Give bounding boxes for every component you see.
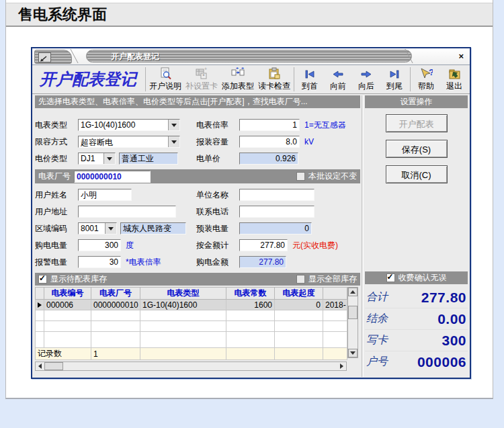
chevron-down-icon[interactable] bbox=[103, 153, 115, 164]
by-amount-input[interactable] bbox=[239, 239, 288, 251]
chevron-down-icon[interactable] bbox=[168, 120, 179, 130]
table-row-empty bbox=[36, 310, 347, 321]
account-no-value: 000006 bbox=[417, 354, 466, 370]
titlebar-system-tab[interactable] bbox=[34, 50, 72, 64]
col-header[interactable]: 电表类型 bbox=[140, 288, 226, 300]
chevron-down-icon[interactable] bbox=[168, 136, 179, 147]
show-pending-checkbox[interactable] bbox=[38, 275, 47, 284]
meter-type-select[interactable]: 1G-10(40)1600 bbox=[78, 119, 180, 131]
vertical-scroll-thumb[interactable] bbox=[348, 306, 358, 319]
cancel-button[interactable]: 取消(C) bbox=[386, 165, 448, 183]
save-button[interactable]: 保存(S) bbox=[386, 140, 448, 158]
factory-no-label: 电表厂号 bbox=[38, 171, 71, 182]
col-header[interactable]: 电表常数 bbox=[226, 288, 275, 300]
doc-search-icon bbox=[159, 67, 172, 81]
help-button[interactable]: ? 帮助 bbox=[412, 65, 440, 93]
purchase-qty-input[interactable] bbox=[78, 239, 121, 251]
col-header[interactable] bbox=[323, 288, 347, 300]
batch-fixed-checkbox[interactable] bbox=[296, 172, 305, 181]
table-footer-row: 记录数 1 bbox=[36, 348, 347, 360]
go-first-button[interactable]: 到首 bbox=[296, 65, 324, 93]
scroll-down-icon[interactable] bbox=[348, 349, 358, 357]
account-no-label: 户号 bbox=[366, 355, 388, 369]
balance-value: 0.00 bbox=[437, 311, 466, 327]
address-input[interactable] bbox=[78, 206, 176, 218]
exit-icon bbox=[448, 67, 461, 81]
toolbar-brand-title: 开户配表登记 bbox=[32, 65, 144, 93]
go-next-button[interactable]: 向后 bbox=[352, 65, 380, 93]
table-header-row: 电表编号 电表厂号 电表类型 电表常数 电表起度 bbox=[36, 288, 347, 300]
table-row[interactable]: 000006 0000000010 1G-10(40)1600 1600 0 2… bbox=[36, 300, 347, 310]
unit-name-input[interactable] bbox=[239, 189, 314, 201]
account-no-row: 户号 000006 bbox=[365, 351, 468, 372]
toolbar-separator bbox=[294, 67, 294, 91]
exit-button[interactable]: 退出 bbox=[440, 65, 468, 93]
price-type-desc: 普通工业 bbox=[119, 153, 178, 165]
scroll-left-icon[interactable] bbox=[36, 362, 44, 370]
open-account-help-button[interactable]: 开户说明 bbox=[147, 65, 183, 93]
totals-panel: 合计 277.80 结余 0.00 写卡 300 户号 bbox=[365, 287, 468, 372]
col-header[interactable]: 电表厂号 bbox=[91, 288, 140, 300]
supplement-card-button[interactable]: *+ 补设置卡 bbox=[183, 65, 220, 93]
window-system-icon[interactable] bbox=[38, 52, 51, 62]
write-card-row: 写卡 300 bbox=[365, 330, 468, 351]
instruction-bar: 先选择电表类型、电表倍率、电价类型等后点击[开户配表]，查找电表厂号... bbox=[35, 95, 360, 108]
inventory-table[interactable]: 电表编号 电表厂号 电表类型 电表常数 电表起度 000006 00000000 bbox=[35, 287, 347, 360]
assign-meter-button[interactable]: 开户配表 bbox=[386, 114, 448, 132]
purchase-qty-note: 度 bbox=[126, 240, 134, 251]
phone-label: 联系电话 bbox=[196, 206, 239, 218]
add-meter-type-button[interactable]: ++ 添加表型 bbox=[220, 65, 256, 93]
total-label: 合计 bbox=[366, 290, 388, 304]
unit-price-label: 电单价 bbox=[196, 153, 239, 165]
go-last-button[interactable]: 到尾 bbox=[380, 65, 409, 93]
user-name-input[interactable] bbox=[78, 189, 132, 201]
col-header[interactable]: 电表起度 bbox=[275, 288, 323, 300]
purchase-amt-label: 购电金额 bbox=[196, 257, 239, 268]
scroll-right-icon[interactable] bbox=[337, 362, 346, 370]
horizontal-scrollbar[interactable] bbox=[35, 361, 347, 371]
current-row-marker bbox=[36, 300, 44, 310]
next-icon bbox=[360, 67, 373, 81]
column-divider bbox=[362, 95, 364, 377]
read-card-check-button[interactable]: 读卡检查 bbox=[256, 65, 292, 93]
balance-row: 结余 0.00 bbox=[365, 308, 468, 330]
toolbar-separator bbox=[410, 67, 411, 91]
row-pointer-icon bbox=[38, 302, 42, 308]
meter-rate-input[interactable] bbox=[239, 119, 300, 131]
horizontal-scroll-thumb[interactable] bbox=[44, 362, 63, 370]
chevron-down-icon[interactable] bbox=[105, 223, 116, 234]
dialog-titlebar[interactable]: 开户配表登记 × bbox=[32, 48, 470, 65]
alarm-qty-input[interactable] bbox=[78, 256, 121, 268]
capacity-label: 报装容量 bbox=[196, 136, 239, 148]
svg-text:+: + bbox=[241, 67, 244, 71]
close-button[interactable]: × bbox=[458, 50, 464, 62]
card-setup-icon: *+ bbox=[195, 67, 208, 81]
phone-input[interactable] bbox=[239, 206, 314, 218]
go-prev-button[interactable]: 向前 bbox=[324, 65, 352, 93]
by-amount-note: 元(实收电费) bbox=[292, 240, 338, 251]
limit-mode-select[interactable]: 超容断电 bbox=[78, 136, 180, 148]
user-name-label: 用户姓名 bbox=[35, 189, 78, 201]
show-all-checkbox[interactable] bbox=[296, 275, 305, 284]
col-header[interactable]: 电表编号 bbox=[44, 288, 91, 300]
instruction-text: 先选择电表类型、电表倍率、电价类型等后点击[开户配表]，查找电表厂号... bbox=[38, 96, 308, 108]
vertical-scrollbar[interactable] bbox=[347, 287, 358, 358]
region-select[interactable]: 8001 bbox=[78, 222, 117, 234]
fee-confirm-checkbox[interactable] bbox=[386, 273, 395, 282]
capacity-input[interactable] bbox=[239, 136, 300, 148]
meter-rate-note: 1=无互感器 bbox=[304, 120, 346, 131]
meter-type-label: 电表类型 bbox=[35, 120, 78, 131]
actions-header: 设置操作 bbox=[401, 96, 433, 108]
alarm-qty-label: 报警电量 bbox=[35, 257, 78, 268]
batch-fixed-label: 本批设定不变 bbox=[308, 171, 357, 182]
price-type-select[interactable]: DJ1 bbox=[78, 153, 116, 165]
card-check-icon bbox=[267, 67, 281, 81]
show-all-label: 显示全部库存 bbox=[308, 273, 357, 285]
scroll-up-icon[interactable] bbox=[348, 288, 358, 296]
purchase-amt-field: 277.80 bbox=[239, 256, 286, 268]
factory-no-input[interactable] bbox=[74, 171, 151, 183]
inventory-filter-bar: 显示待配表库存 显示全部库存 bbox=[35, 273, 360, 286]
toolbar-separator bbox=[145, 67, 146, 91]
total-value: 277.80 bbox=[421, 290, 466, 306]
app-panel: 售电系统界面 开户配表登记 × 开户配表登记 bbox=[5, 0, 493, 399]
